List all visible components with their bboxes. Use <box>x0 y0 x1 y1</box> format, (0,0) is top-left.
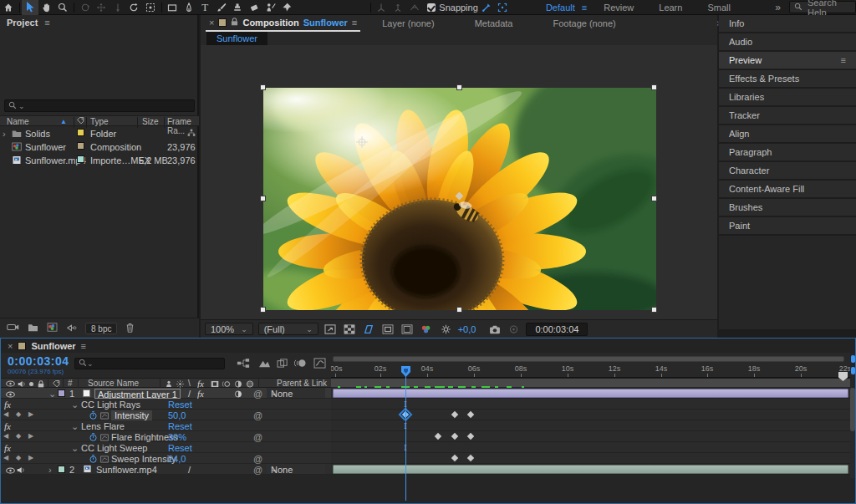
selection-tool-button[interactable] <box>22 0 38 15</box>
effect-row-cc-light-rays[interactable]: fx ⌄ CC Light Rays Reset <box>1 399 331 410</box>
search-help-box[interactable]: Search Help <box>789 1 856 13</box>
workspace-tab-review[interactable]: Review <box>592 0 645 15</box>
layer-name[interactable]: Sunflower.mp4 <box>96 465 157 475</box>
new-folder-icon[interactable] <box>28 323 38 333</box>
workspace-overflow-icon[interactable]: » <box>775 2 781 13</box>
rotation-tool-button[interactable] <box>126 0 143 15</box>
keyframe[interactable] <box>467 455 474 461</box>
track-sunflower-mp4[interactable] <box>331 464 850 475</box>
viewer-timecode[interactable]: 0:00:03:04 <box>526 323 588 336</box>
hide-shy-layers-icon[interactable] <box>258 358 271 370</box>
layer-color-chip[interactable] <box>58 389 65 397</box>
composition-viewer[interactable] <box>201 45 717 319</box>
trash-icon[interactable] <box>125 323 135 334</box>
quality-switch[interactable]: / <box>188 389 191 399</box>
layer-color-chip[interactable] <box>58 466 65 473</box>
effect-name[interactable]: Lens Flare <box>81 421 125 431</box>
add-keyframe-icon[interactable]: ◆ <box>16 410 21 418</box>
shape-tool-button[interactable] <box>164 0 181 15</box>
project-panel-menu-icon[interactable]: ≡ <box>44 18 49 28</box>
dolly-camera-tool-button[interactable] <box>110 0 126 15</box>
selection-handle-mid-right[interactable] <box>651 196 657 201</box>
pan-camera-tool-button[interactable] <box>93 0 110 15</box>
parent-dropdown[interactable]: None ⌄ <box>267 388 325 398</box>
property-name[interactable]: Intensity <box>111 410 152 420</box>
expression-pickwhip-icon[interactable]: @ <box>253 454 262 464</box>
twirl-closed-icon[interactable]: › <box>48 465 52 475</box>
close-tab-icon[interactable]: × <box>8 341 13 351</box>
track-adjustment-layer[interactable] <box>331 388 850 399</box>
selection-handle-top-left[interactable] <box>260 84 266 90</box>
audio-icon[interactable] <box>17 466 25 476</box>
channel-selector-button[interactable] <box>420 323 434 334</box>
horizontal-scrollbar-end[interactable] <box>851 367 855 374</box>
add-keyframe-icon[interactable]: ◆ <box>16 432 21 440</box>
next-keyframe-icon[interactable]: ▶ <box>28 432 33 440</box>
region-of-interest-button[interactable] <box>381 323 395 334</box>
source-name-column-label[interactable]: Source Name <box>88 379 139 388</box>
clone-stamp-tool-button[interactable] <box>230 0 247 15</box>
magnification-dropdown[interactable]: 100% ⌄ <box>205 323 253 335</box>
track-flare-brightness-keyframes[interactable] <box>331 431 850 442</box>
layer-duration-bar[interactable] <box>333 465 848 474</box>
layer-row-adjustment[interactable]: ⌄ 1 Adjustment Layer 1 / fx @ None ⌄ <box>1 388 331 399</box>
snapshot-camera-icon[interactable] <box>487 323 502 334</box>
keyframe[interactable] <box>467 411 474 418</box>
tab-composition-sunflower[interactable]: × Composition Sunflower ≡ <box>206 15 360 32</box>
snapping-checkbox[interactable] <box>427 3 436 12</box>
panel-tab-preview[interactable]: Preview≡ <box>719 52 856 69</box>
reset-link[interactable]: Reset <box>168 400 192 410</box>
timeline-vertical-scrollbar[interactable] <box>850 388 855 478</box>
add-keyframe-icon[interactable]: ◆ <box>16 454 21 461</box>
next-keyframe-icon[interactable]: ▶ <box>28 454 33 461</box>
reset-link[interactable]: Reset <box>168 421 192 431</box>
workspace-tab-default[interactable]: Default <box>534 0 587 15</box>
timeline-search-input[interactable]: ⌄ <box>74 358 225 369</box>
panel-tab-content-aware-fill[interactable]: Content-Aware Fill <box>719 181 856 197</box>
show-snapshot-icon[interactable] <box>507 323 521 334</box>
zoom-tool-button[interactable] <box>54 0 71 15</box>
selection-handle-top-right[interactable] <box>651 84 657 90</box>
property-row-intensity[interactable]: ◀ ◆ ▶ Intensity 50,0 @ <box>1 410 331 420</box>
panel-menu-icon[interactable]: ≡ <box>81 341 86 351</box>
brush-tool-button[interactable] <box>213 0 230 15</box>
panel-tab-paragraph[interactable]: Paragraph <box>719 144 856 160</box>
track-cc-light-sweep[interactable]: I <box>331 442 850 453</box>
next-keyframe-icon[interactable]: ▶ <box>28 410 33 418</box>
keyframe[interactable] <box>451 433 458 440</box>
prev-keyframe-icon[interactable]: ◀ <box>3 410 8 418</box>
selection-handle-top-center[interactable] <box>456 84 462 90</box>
effect-row-cc-light-sweep[interactable]: fx ⌄ CC Light Sweep Reset <box>1 442 331 453</box>
timeline-tab[interactable]: × Sunflower ≡ <box>1 339 855 353</box>
project-table-header[interactable]: Name ▲ Type Size Frame Ra... <box>0 115 199 126</box>
parent-pickwhip-icon[interactable]: @ <box>253 389 262 399</box>
world-axis-mode-button[interactable] <box>390 0 406 15</box>
keyframe[interactable] <box>451 411 458 418</box>
property-value[interactable]: 50,0 <box>168 410 186 420</box>
track-sweep-intensity-keyframes[interactable] <box>331 453 850 464</box>
panel-tab-character[interactable]: Character <box>719 162 856 179</box>
property-value[interactable]: 24,0 <box>168 454 186 464</box>
panel-tab-tracker[interactable]: Tracker <box>719 107 856 124</box>
exposure-value[interactable]: +0,0 <box>458 324 476 334</box>
snap-edges-button[interactable] <box>494 0 511 15</box>
panel-tab-align[interactable]: Align <box>719 125 856 142</box>
fit-view-button[interactable] <box>324 323 338 334</box>
panel-tab-libraries[interactable]: Libraries <box>719 89 856 105</box>
safe-margins-button[interactable] <box>400 323 415 334</box>
frame-blending-icon[interactable] <box>277 358 289 370</box>
project-search-input[interactable]: ⌄ <box>4 99 195 112</box>
keyframe[interactable] <box>435 433 441 440</box>
puppet-pin-tool-button[interactable] <box>278 0 295 15</box>
tab-metadata[interactable]: Metadata <box>456 18 532 28</box>
keyframe[interactable] <box>467 433 474 440</box>
quality-switch[interactable]: / <box>188 465 191 475</box>
selection-handle-bottom-center[interactable] <box>456 307 462 313</box>
lock-icon[interactable] <box>231 18 238 28</box>
project-tab-label[interactable]: Project <box>7 18 38 28</box>
snap-to-features-button[interactable] <box>478 0 495 15</box>
panel-tab-audio[interactable]: Audio <box>719 33 856 50</box>
label-color-chip[interactable] <box>77 129 84 136</box>
viewer-comp-tab[interactable]: Sunflower <box>206 32 268 45</box>
property-row-sweep-intensity[interactable]: ◀ ◆ ▶ Sweep Intensity 24,0 @ <box>1 453 331 464</box>
